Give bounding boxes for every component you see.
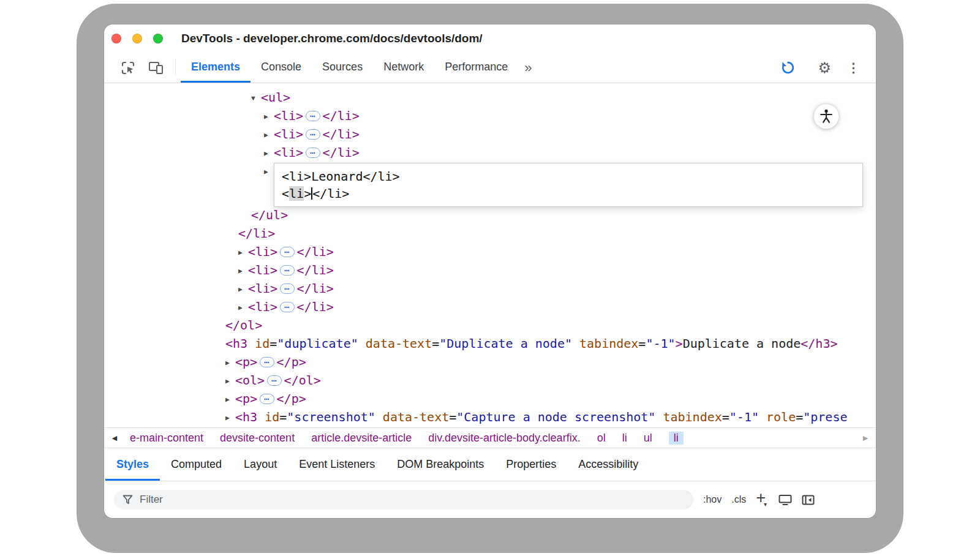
disclosure-triangle-icon[interactable]: ▶ — [225, 354, 235, 372]
code-token-plain — [759, 410, 766, 424]
toggle-sidebar-icon[interactable] — [802, 495, 815, 505]
dom-tree-row[interactable]: ▶<li>⋯</li> — [104, 242, 876, 261]
breadcrumb-item[interactable]: ol — [597, 432, 606, 445]
dom-tree-row[interactable]: </li> — [104, 224, 876, 242]
dom-tree-row[interactable]: <h3 id="duplicate" data-text="Duplicate … — [104, 334, 876, 353]
settings-gear-icon[interactable]: ⚙ — [818, 59, 831, 77]
disclosure-triangle-icon[interactable]: ▶ — [264, 108, 274, 126]
breadcrumb-item[interactable]: devsite-content — [220, 432, 295, 445]
disclosure-triangle-icon[interactable]: ▶ — [264, 126, 274, 145]
dom-tree-row[interactable]: ▶<li>⋯</li> — [104, 143, 876, 162]
dom-tree-row[interactable]: ▶<li>⋯</li> — [104, 279, 876, 298]
dom-tree-row[interactable]: ▶<p>⋯</p> — [104, 389, 876, 408]
filter-input[interactable] — [114, 490, 693, 509]
device-toolbar-icon[interactable] — [142, 53, 170, 83]
panel-tab-sources[interactable]: Sources — [312, 53, 373, 83]
disclosure-triangle-icon[interactable]: ▶ — [238, 244, 248, 262]
breadcrumb-item[interactable]: e-main-content — [130, 432, 203, 445]
sidebar-tab-event-listeners[interactable]: Event Listeners — [288, 448, 386, 481]
sidebar-tab-layout[interactable]: Layout — [233, 448, 288, 481]
code-token-attr: tabindex — [663, 410, 722, 424]
sidebar-tab-accessibility[interactable]: Accessibility — [567, 448, 649, 481]
close-window-button[interactable] — [111, 34, 121, 43]
dom-tree-row[interactable]: </ul> — [104, 206, 876, 224]
inline-expand-icon[interactable]: ⋯ — [260, 394, 274, 404]
panel-tab-performance[interactable]: Performance — [434, 53, 518, 83]
dom-tree-row[interactable]: ▶<ol>⋯</ol> — [104, 371, 876, 389]
code-token-tag: <li> — [248, 244, 277, 259]
disclosure-triangle-icon[interactable]: ▼ — [251, 89, 261, 108]
disclosure-triangle-icon[interactable]: ▶ — [264, 145, 274, 163]
rendering-emulation-icon[interactable] — [778, 494, 792, 506]
dom-tree-row[interactable]: ▶<p>⋯</p> — [104, 353, 876, 371]
breadcrumb-item[interactable]: div.devsite-article-body.clearfix. — [428, 432, 580, 445]
inline-expand-icon[interactable]: ⋯ — [260, 357, 274, 367]
code-token-plain — [572, 336, 579, 351]
sidebar-tab-styles[interactable]: Styles — [105, 448, 160, 481]
toggle-hover-state-button[interactable]: :hov — [703, 494, 722, 505]
inline-expand-icon[interactable]: ⋯ — [306, 111, 320, 121]
dom-tree-row[interactable]: ▼<li> — [104, 83, 876, 88]
disclosure-triangle-icon[interactable]: ▶ — [238, 280, 248, 299]
dom-tree-row[interactable]: ▶<li>⋯</li> — [104, 107, 876, 125]
inline-expand-icon[interactable]: ⋯ — [280, 265, 294, 276]
code-token-tag: <li> — [248, 299, 277, 314]
inline-expand-icon[interactable]: ⋯ — [280, 302, 294, 312]
panel-tab-network[interactable]: Network — [373, 53, 434, 83]
code-token-tag: </p> — [277, 391, 306, 406]
toolbar-divider — [175, 60, 176, 75]
dom-tree-row[interactable]: ▶<li>⋯</li> — [104, 298, 876, 316]
code-token-attr: id — [255, 336, 270, 351]
breadcrumb-item[interactable]: li — [622, 432, 627, 445]
code-token-plain: = — [796, 410, 803, 424]
code-token-attr: id — [265, 410, 279, 424]
code-token-plain: = — [638, 336, 646, 351]
code-token-plain — [247, 336, 255, 351]
breadcrumb-scroll-left-icon[interactable]: ◀ — [104, 434, 125, 442]
breadcrumb-item[interactable]: article.devsite-article — [311, 432, 412, 445]
sidebar-tab-properties[interactable]: Properties — [495, 448, 567, 481]
dom-tree-row[interactable]: ▶<li>⋯</li> — [104, 261, 876, 279]
inline-expand-icon[interactable]: ⋯ — [306, 129, 320, 140]
code-token-tag: </li> — [323, 108, 360, 123]
inline-expand-icon[interactable]: ⋯ — [267, 375, 281, 386]
accessibility-person-icon — [820, 109, 833, 124]
dom-tree-row[interactable]: ▶<li>Leonard</li><li></li> — [104, 162, 876, 206]
more-tabs-icon[interactable]: » — [518, 53, 538, 83]
breadcrumb-item[interactable]: ul — [644, 432, 652, 445]
inline-expand-icon[interactable]: ⋯ — [280, 284, 294, 294]
disclosure-triangle-icon[interactable]: ▶ — [264, 163, 274, 181]
minimize-window-button[interactable] — [132, 34, 142, 43]
toggle-class-button[interactable]: .cls — [731, 494, 746, 505]
code-token-tag: </li> — [323, 145, 360, 160]
disclosure-triangle-icon[interactable]: ▶ — [225, 409, 235, 427]
sidebar-tab-computed[interactable]: Computed — [160, 448, 233, 481]
inline-expand-icon[interactable]: ⋯ — [306, 148, 320, 158]
disclosure-triangle-icon[interactable]: ▶ — [225, 372, 235, 391]
accessibility-button[interactable] — [813, 103, 839, 129]
dom-tree-row[interactable]: ▼<ul> — [104, 88, 876, 107]
code-token-val: "prese — [803, 410, 847, 424]
code-token-val: "Capture a node screenshot" — [456, 410, 655, 424]
breadcrumb: e-main-contentdevsite-contentarticle.dev… — [130, 432, 684, 445]
code-token-tag: <li> — [248, 281, 277, 296]
sync-blue-icon[interactable] — [774, 60, 802, 75]
disclosure-triangle-icon[interactable]: ▶ — [238, 262, 248, 280]
zoom-window-button[interactable] — [153, 34, 163, 43]
edit-as-html-box[interactable]: <li>Leonard</li><li></li> — [274, 163, 863, 207]
breadcrumb-item[interactable]: li — [669, 432, 684, 445]
breadcrumb-scroll-right-icon[interactable]: ▶ — [855, 434, 876, 442]
disclosure-triangle-icon[interactable]: ▶ — [225, 391, 235, 409]
panel-tab-console[interactable]: Console — [251, 53, 312, 83]
inspect-icon[interactable] — [114, 53, 142, 83]
new-style-rule-button[interactable]: +▾ — [756, 492, 769, 508]
dom-tree-row[interactable]: </ol> — [104, 316, 876, 334]
sidebar-tab-dom-breakpoints[interactable]: DOM Breakpoints — [386, 448, 495, 481]
dom-tree-row[interactable]: ▶<h3 id="screenshot" data-text="Capture … — [104, 408, 876, 426]
disclosure-triangle-icon[interactable]: ▶ — [238, 299, 248, 317]
panel-tab-elements[interactable]: Elements — [181, 53, 251, 83]
dom-tree-row[interactable]: ▶<li>⋯</li> — [104, 125, 876, 143]
inline-expand-icon[interactable]: ⋯ — [280, 247, 294, 257]
disclosure-triangle-icon[interactable]: ▼ — [238, 83, 248, 89]
kebab-menu-icon[interactable]: ⋮ — [847, 61, 860, 75]
